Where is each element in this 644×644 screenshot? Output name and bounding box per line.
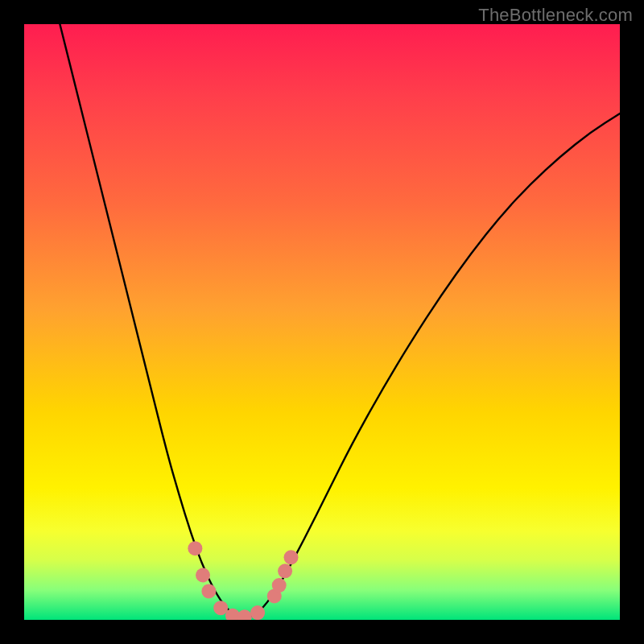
plot-area (24, 24, 620, 620)
curve-markers (188, 541, 298, 620)
curve-marker (196, 568, 210, 583)
curve-marker (213, 601, 228, 615)
curve-marker (201, 584, 216, 598)
curve-marker (267, 588, 282, 603)
curve-marker (250, 605, 265, 620)
curve-marker (188, 541, 202, 555)
curve-svg (24, 24, 620, 620)
watermark-text: TheBottleneck.com (478, 5, 633, 26)
curve-marker (272, 578, 287, 592)
bottleneck-curve (60, 24, 620, 617)
chart-frame: TheBottleneck.com (0, 0, 644, 644)
curve-marker (225, 609, 240, 620)
curve-marker (237, 609, 252, 620)
curve-marker (284, 550, 299, 564)
curve-marker (278, 564, 292, 578)
